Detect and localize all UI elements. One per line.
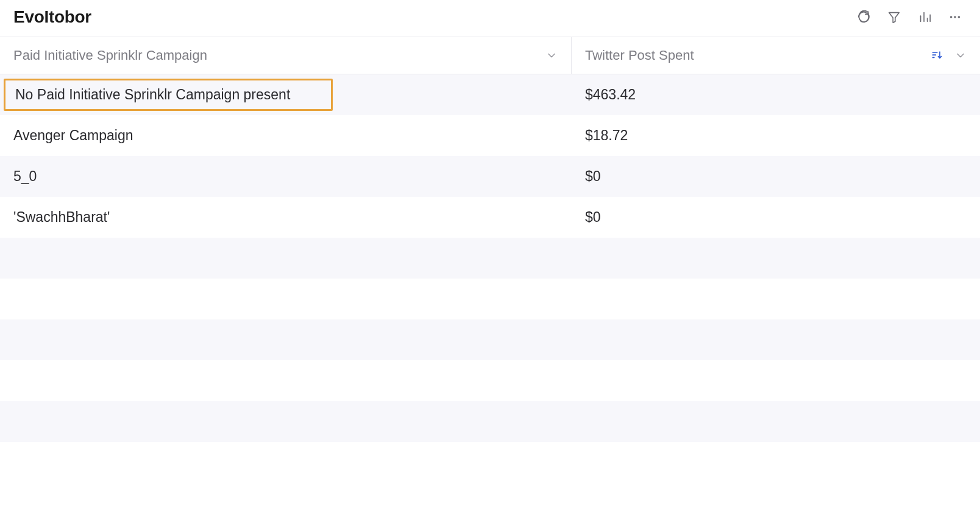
svg-point-5: [950, 16, 953, 18]
chevron-down-icon: [954, 49, 967, 62]
chevron-down-icon: [545, 49, 558, 62]
highlighted-cell: No Paid Initiative Sprinklr Campaign pre…: [4, 79, 333, 111]
refresh-button[interactable]: [856, 9, 872, 25]
table-row[interactable]: No Paid Initiative Sprinklr Campaign pre…: [0, 74, 980, 115]
table-header: Paid Initiative Sprinklr Campaign Twitte…: [0, 37, 980, 74]
filter-icon: [887, 10, 901, 24]
empty-row: [0, 360, 980, 401]
table-body: No Paid Initiative Sprinklr Campaign pre…: [0, 74, 980, 483]
bar-chart-icon: [918, 10, 931, 24]
table-row[interactable]: 5_0 $0: [0, 156, 980, 197]
svg-point-6: [954, 16, 956, 18]
table-row[interactable]: Avenger Campaign $18.72: [0, 115, 980, 156]
column-label: Twitter Post Spent: [585, 48, 694, 63]
spent-cell: $18.72: [572, 127, 980, 144]
sort-descending-icon[interactable]: [930, 49, 943, 62]
chart-button[interactable]: [917, 9, 932, 25]
spent-cell: $463.42: [572, 87, 980, 103]
more-horizontal-icon: [948, 10, 962, 24]
page-title: EvoItobor: [13, 7, 91, 27]
column-header-spent[interactable]: Twitter Post Spent: [572, 37, 980, 74]
column-header-campaign[interactable]: Paid Initiative Sprinklr Campaign: [0, 37, 572, 74]
toolbar: [856, 9, 967, 25]
empty-row: [0, 401, 980, 442]
campaign-cell: Avenger Campaign: [0, 127, 572, 144]
spent-cell: $0: [572, 168, 980, 185]
table-row[interactable]: 'SwachhBharat' $0: [0, 197, 980, 238]
campaign-cell: No Paid Initiative Sprinklr Campaign pre…: [0, 79, 572, 111]
empty-row: [0, 238, 980, 279]
page-header: EvoItobor: [0, 0, 980, 37]
empty-row: [0, 279, 980, 319]
spent-cell: $0: [572, 209, 980, 226]
more-button[interactable]: [947, 9, 963, 25]
campaign-cell: 5_0: [0, 168, 572, 185]
svg-point-7: [958, 16, 960, 18]
empty-row: [0, 442, 980, 483]
filter-button[interactable]: [886, 9, 902, 25]
column-label: Paid Initiative Sprinklr Campaign: [13, 48, 207, 63]
empty-row: [0, 319, 980, 360]
campaign-cell: 'SwachhBharat': [0, 209, 572, 226]
svg-marker-0: [889, 13, 900, 23]
